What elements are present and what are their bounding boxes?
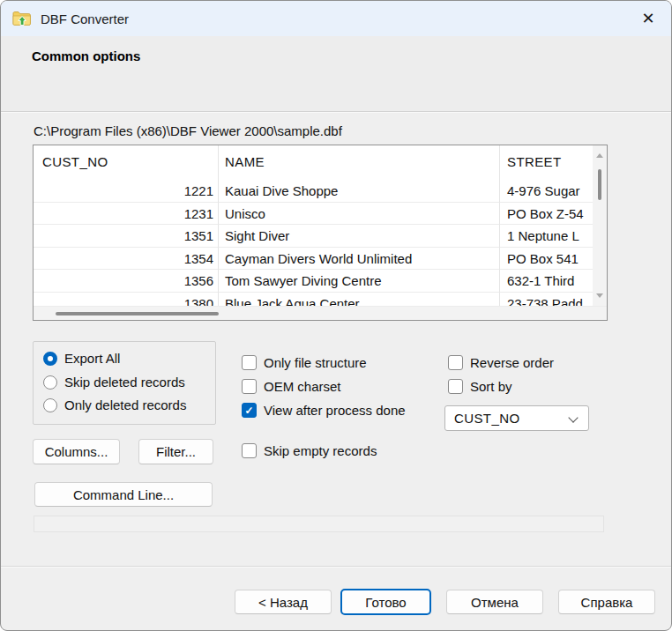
- table-row: 1351 Sight Diver 1 Neptune L: [34, 225, 593, 248]
- checkbox-reverse-order[interactable]: Reverse order: [448, 355, 554, 370]
- radio-label: Export All: [64, 351, 120, 366]
- checkbox-oem-charset[interactable]: OEM charset: [242, 379, 341, 394]
- checkbox-icon[interactable]: [448, 379, 463, 394]
- checkbox-icon[interactable]: ✓: [242, 403, 257, 418]
- sort-field-combobox[interactable]: CUST_NO: [444, 405, 589, 431]
- checkbox-label: Reverse order: [470, 355, 554, 370]
- dbf-converter-dialog: DBF Converter ✕ Common options C:\Progra…: [0, 0, 672, 631]
- file-path-label: C:\Program Files (x86)\DBF Viewer 2000\s…: [34, 123, 342, 138]
- radio-skip-deleted[interactable]: Skip deleted records: [43, 375, 185, 390]
- checkbox-label: Skip empty records: [264, 443, 377, 458]
- cancel-button[interactable]: Отмена: [446, 590, 543, 614]
- chevron-down-icon: [568, 412, 578, 422]
- table-row: 1356 Tom Sawyer Diving Centre 632-1 Thir…: [34, 270, 593, 293]
- radio-export-all[interactable]: Export All: [43, 351, 120, 366]
- column-header-custno[interactable]: CUST_NO: [34, 145, 219, 180]
- titlebar[interactable]: DBF Converter ✕: [1, 1, 671, 36]
- checkbox-only-file-structure[interactable]: Only file structure: [242, 355, 367, 370]
- back-button[interactable]: < Назад: [235, 590, 332, 614]
- cell-name: Sight Diver: [219, 225, 500, 248]
- cell-street: 4-976 Sugar: [500, 180, 593, 203]
- window-title: DBF Converter: [41, 11, 129, 26]
- cell-street: PO Box Z-54: [500, 203, 593, 226]
- cell-name: Kauai Dive Shoppe: [219, 180, 500, 203]
- vertical-scroll-thumb[interactable]: [598, 169, 601, 200]
- export-mode-group: Export All Skip deleted records Only del…: [33, 341, 216, 425]
- cell-name: Unisco: [219, 203, 500, 226]
- radio-icon[interactable]: [43, 352, 57, 366]
- page-title: Common options: [32, 48, 140, 63]
- cell-custno: 1356: [34, 270, 219, 293]
- column-header-street[interactable]: STREET: [500, 145, 607, 180]
- table-row: 1221 Kauai Dive Shoppe 4-976 Sugar: [34, 180, 593, 203]
- horizontal-scroll-thumb[interactable]: [56, 312, 219, 316]
- checkbox-label: Only file structure: [264, 355, 367, 370]
- table-header-row: CUST_NO NAME STREET: [34, 145, 607, 180]
- horizontal-scrollbar[interactable]: [34, 306, 607, 320]
- help-button[interactable]: Справка: [558, 590, 655, 614]
- checkbox-label: View after process done: [264, 403, 406, 418]
- dbf-preview-table: CUST_NO NAME STREET 1221 Kauai Dive Shop…: [33, 145, 608, 321]
- radio-label: Only deleted records: [64, 397, 186, 412]
- cell-street: 1 Neptune L: [500, 225, 593, 248]
- checkbox-icon[interactable]: [242, 355, 257, 370]
- table-row: 1380 Blue Jack Aqua Center 23-738 Padd: [34, 293, 593, 307]
- radio-icon[interactable]: [43, 375, 57, 390]
- radio-label: Skip deleted records: [64, 375, 185, 390]
- cell-name: Cayman Divers World Unlimited: [219, 248, 500, 271]
- checkbox-icon[interactable]: [242, 443, 257, 458]
- checkbox-icon[interactable]: [448, 355, 463, 370]
- checkbox-view-after-process[interactable]: ✓ View after process done: [242, 403, 406, 418]
- app-icon: [12, 10, 32, 27]
- cell-custno: 1380: [34, 293, 219, 307]
- column-header-name[interactable]: NAME: [219, 145, 500, 180]
- checkbox-skip-empty[interactable]: Skip empty records: [242, 443, 377, 458]
- close-icon[interactable]: ✕: [636, 6, 661, 31]
- cell-name: Blue Jack Aqua Center: [219, 293, 500, 307]
- footer-divider: [1, 566, 671, 568]
- checkbox-sort-by[interactable]: Sort by: [448, 379, 512, 394]
- cell-custno: 1351: [34, 225, 219, 248]
- cell-custno: 1221: [34, 180, 219, 203]
- filter-button[interactable]: Filter...: [138, 439, 213, 464]
- checkbox-icon[interactable]: [242, 379, 257, 394]
- radio-icon[interactable]: [43, 398, 57, 412]
- table-body: 1221 Kauai Dive Shoppe 4-976 Sugar 1231 …: [34, 180, 593, 306]
- cell-custno: 1231: [34, 203, 219, 226]
- command-line-button[interactable]: Command Line...: [34, 482, 213, 507]
- scroll-up-icon[interactable]: [596, 153, 603, 158]
- columns-button[interactable]: Columns...: [33, 439, 120, 464]
- radio-only-deleted[interactable]: Only deleted records: [43, 397, 186, 412]
- combobox-value: CUST_NO: [454, 411, 519, 426]
- cell-custno: 1354: [34, 248, 219, 271]
- cell-name: Tom Sawyer Diving Centre: [219, 270, 500, 293]
- check-glyph: ✓: [244, 405, 253, 416]
- checkbox-label: Sort by: [470, 379, 512, 394]
- progress-bar: [34, 516, 604, 532]
- cell-street: 632-1 Third: [500, 270, 593, 293]
- checkbox-label: OEM charset: [264, 379, 341, 394]
- vertical-scrollbar[interactable]: [593, 145, 607, 306]
- header-band: Common options: [1, 36, 671, 112]
- table-row: 1231 Unisco PO Box Z-54: [34, 203, 593, 226]
- scroll-down-icon[interactable]: [596, 293, 603, 298]
- cell-street: 23-738 Padd: [500, 293, 593, 307]
- finish-button[interactable]: Готово: [340, 589, 431, 615]
- table-row: 1354 Cayman Divers World Unlimited PO Bo…: [34, 248, 593, 271]
- cell-street: PO Box 541: [500, 248, 593, 271]
